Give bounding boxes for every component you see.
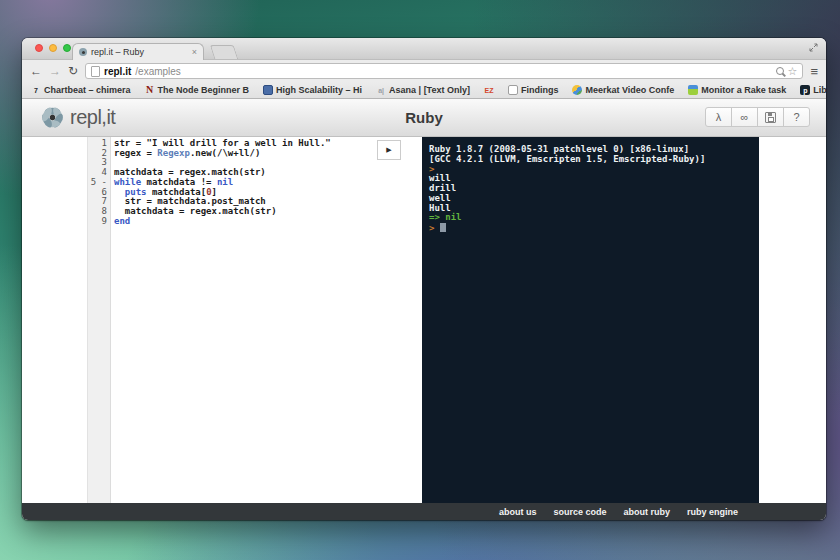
- zoom-window-button[interactable]: [63, 44, 71, 52]
- tab-title: repl.it – Ruby: [91, 47, 188, 57]
- console-line: Hull: [429, 204, 759, 214]
- replit-favicon-icon: [79, 48, 87, 56]
- console-cursor: [440, 223, 446, 232]
- search-icon[interactable]: [776, 67, 784, 75]
- lambda-examples-button[interactable]: λ: [705, 107, 732, 127]
- browser-tab[interactable]: repl.it – Ruby ×: [72, 43, 204, 60]
- findings-icon: [508, 85, 518, 95]
- back-button[interactable]: ←: [30, 65, 42, 77]
- console-line: well: [429, 194, 759, 204]
- close-window-button[interactable]: [35, 44, 43, 52]
- browser-toolbar: ← → ↻ repl.it /examples ☆ ≡: [22, 60, 826, 82]
- url-path: /examples: [135, 66, 181, 77]
- bookmark-label: Meerkat Video Confe: [585, 85, 674, 95]
- bookmark-item[interactable]: Meerkat Video Confe: [572, 85, 674, 95]
- bookmark-label: Chartbeat – chimera: [44, 85, 131, 95]
- main-content: 12345 -6789 str = "I will drill for a we…: [22, 137, 826, 503]
- help-button[interactable]: ?: [783, 107, 810, 127]
- console-output[interactable]: Ruby 1.8.7 (2008-05-31 patchlevel 0) [x8…: [422, 137, 759, 503]
- meerkat-icon: [572, 85, 582, 95]
- console-line: >: [429, 223, 759, 234]
- bookmark-star-icon[interactable]: ☆: [788, 66, 798, 77]
- bookmark-item[interactable]: NThe Node Beginner B: [145, 85, 250, 95]
- bookmark-label: Monitor a Rake task: [701, 85, 786, 95]
- console-line: [GCC 4.2.1 (LLVM, Emscripten 1.5, Emscri…: [429, 155, 759, 165]
- save-button[interactable]: [757, 107, 784, 127]
- bookmark-label: Asana | [Text Only]: [389, 85, 470, 95]
- console-line: => nil: [429, 213, 759, 223]
- ez-icon: EZ: [484, 85, 494, 95]
- code-line[interactable]: matchdata = regex.match(str): [114, 207, 419, 217]
- bookmark-label: Libraries \ Processin: [813, 85, 826, 95]
- save-icon: [765, 112, 776, 123]
- window-controls: [35, 44, 71, 52]
- forward-button[interactable]: →: [49, 65, 61, 77]
- node-beginner-icon: N: [145, 85, 155, 95]
- bookmark-item[interactable]: High Scalability – Hi: [263, 85, 362, 95]
- left-margin: [22, 137, 87, 503]
- processing-icon: p: [800, 85, 810, 95]
- replit-header: repl,it Ruby λ ∞ ?: [22, 99, 826, 137]
- tab-close-icon[interactable]: ×: [192, 47, 197, 57]
- chrome-menu-icon[interactable]: ≡: [810, 65, 818, 78]
- console-line: >: [429, 165, 759, 175]
- footer-link-about-ruby[interactable]: about ruby: [623, 507, 670, 517]
- bookmark-label: High Scalability – Hi: [276, 85, 362, 95]
- bookmark-item[interactable]: Findings: [508, 85, 559, 95]
- header-button-group: λ ∞ ?: [706, 107, 810, 127]
- share-link-button[interactable]: ∞: [731, 107, 758, 127]
- footer-link-source-code[interactable]: source code: [553, 507, 606, 517]
- footer-link-about-us[interactable]: about us: [499, 507, 537, 517]
- code-line[interactable]: end: [114, 217, 419, 227]
- rake-task-icon: [688, 85, 698, 95]
- high-scalability-icon: [263, 85, 273, 95]
- line-number: 9: [88, 217, 107, 227]
- new-tab-button[interactable]: [210, 45, 239, 59]
- bookmark-label: Findings: [521, 85, 559, 95]
- address-bar[interactable]: repl.it /examples ☆: [85, 63, 803, 79]
- bookmark-item[interactable]: 7Chartbeat – chimera: [31, 85, 131, 95]
- replit-footer: about ussource codeabout rubyruby engine: [22, 503, 826, 520]
- bookmark-item[interactable]: Monitor a Rake task: [688, 85, 786, 95]
- bookmark-item[interactable]: EZ: [484, 85, 494, 95]
- chartbeat-icon: 7: [31, 85, 41, 95]
- console-line: will: [429, 174, 759, 184]
- reload-button[interactable]: ↻: [68, 65, 78, 77]
- browser-window: repl.it – Ruby × ← → ↻ repl.it /examples…: [22, 38, 826, 520]
- url-domain: repl.it: [104, 66, 131, 77]
- bookmark-label: The Node Beginner B: [158, 85, 250, 95]
- asana-icon: a|: [376, 85, 386, 95]
- console-line: drill: [429, 184, 759, 194]
- code-line[interactable]: regex = Regexp.new(/\w+ll/): [114, 149, 419, 159]
- right-margin: [759, 137, 826, 503]
- bookmark-item[interactable]: a|Asana | [Text Only]: [376, 85, 470, 95]
- browser-titlebar: repl.it – Ruby ×: [22, 38, 826, 60]
- page-icon: [91, 66, 100, 77]
- run-button[interactable]: ▶: [377, 140, 401, 160]
- bookmark-item[interactable]: pLibraries \ Processin: [800, 85, 826, 95]
- footer-link-ruby-engine[interactable]: ruby engine: [687, 507, 738, 517]
- minimize-window-button[interactable]: [49, 44, 57, 52]
- window-resize-icon[interactable]: [809, 43, 818, 52]
- bookmarks-bar: 7Chartbeat – chimeraNThe Node Beginner B…: [22, 82, 826, 99]
- editor-gutter: 12345 -6789: [87, 137, 111, 503]
- code-editor[interactable]: str = "I will drill for a well in Hull."…: [111, 137, 419, 503]
